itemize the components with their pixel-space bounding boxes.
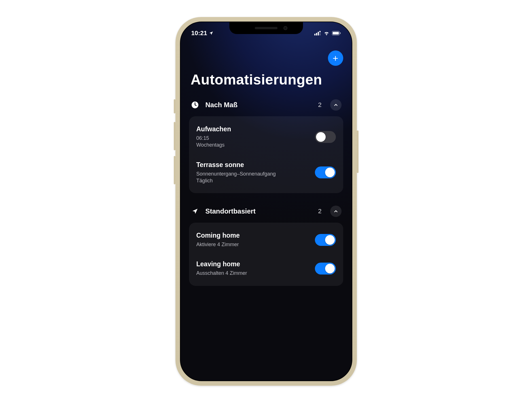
phone-side-button bbox=[174, 122, 175, 150]
phone-side-button bbox=[174, 99, 175, 113]
toggle-knob bbox=[325, 235, 335, 245]
automation-row[interactable]: Leaving home Ausschalten 4 Zimmer bbox=[189, 254, 343, 283]
status-bar: 10:21 bbox=[181, 22, 352, 39]
automation-title: Leaving home bbox=[196, 260, 247, 268]
collapse-button[interactable] bbox=[330, 206, 342, 217]
automation-title: Terrasse sonne bbox=[196, 161, 276, 169]
status-time: 10:21 bbox=[191, 29, 207, 37]
automation-subtitle: Aktiviere 4 Zimmer bbox=[196, 241, 240, 248]
automation-toggle[interactable] bbox=[315, 263, 336, 275]
automation-toggle[interactable] bbox=[315, 166, 336, 178]
section-card-scheduled: Aufwachen 06:15 Wochentags Terrasse sonn… bbox=[189, 116, 343, 193]
toggle-knob bbox=[325, 264, 335, 273]
automation-text: Terrasse sonne Sonnenuntergang–Sonnenauf… bbox=[196, 161, 276, 184]
section-count: 2 bbox=[318, 101, 321, 109]
automation-row[interactable]: Terrasse sonne Sonnenuntergang–Sonnenauf… bbox=[189, 155, 343, 191]
phone-screen: 10:21 bbox=[180, 22, 352, 381]
svg-rect-0 bbox=[314, 34, 315, 35]
automation-row[interactable]: Aufwachen 06:15 Wochentags bbox=[189, 119, 343, 155]
automation-toggle[interactable] bbox=[315, 131, 336, 143]
section-title: Nach Maß bbox=[205, 101, 312, 109]
svg-rect-3 bbox=[319, 31, 321, 32]
collapse-button[interactable] bbox=[330, 99, 342, 111]
svg-rect-4 bbox=[319, 33, 321, 35]
automation-subtitle: 06:15 Wochentags bbox=[196, 135, 231, 149]
svg-rect-7 bbox=[340, 32, 341, 34]
svg-rect-1 bbox=[316, 33, 317, 35]
svg-rect-6 bbox=[332, 32, 339, 35]
automation-subtitle: Ausschalten 4 Zimmer bbox=[196, 270, 247, 276]
toggle-knob bbox=[316, 132, 326, 142]
automation-subtitle: Sonnenuntergang–Sonnenaufgang Täglich bbox=[196, 170, 276, 184]
automation-text: Leaving home Ausschalten 4 Zimmer bbox=[196, 260, 247, 276]
section-count: 2 bbox=[318, 208, 321, 215]
status-left: 10:21 bbox=[191, 29, 213, 37]
section-title: Standortbasiert bbox=[205, 207, 312, 215]
battery-icon bbox=[332, 31, 341, 35]
section-card-location: Coming home Aktiviere 4 Zimmer Leaving h… bbox=[189, 223, 343, 286]
phone-side-button bbox=[357, 130, 359, 173]
page-title: Automatisierungen bbox=[191, 71, 343, 88]
section-header-scheduled[interactable]: Nach Maß 2 bbox=[189, 99, 343, 111]
automation-toggle[interactable] bbox=[315, 234, 336, 246]
chevron-up-icon bbox=[333, 102, 338, 107]
plus-icon: + bbox=[333, 53, 338, 64]
toggle-knob bbox=[325, 168, 335, 177]
automation-title: Aufwachen bbox=[196, 125, 231, 133]
phone-side-button bbox=[174, 156, 175, 184]
automation-text: Aufwachen 06:15 Wochentags bbox=[196, 125, 231, 149]
location-arrow-icon bbox=[209, 31, 213, 35]
add-button[interactable]: + bbox=[328, 50, 343, 66]
automation-title: Coming home bbox=[196, 232, 240, 239]
clock-icon bbox=[191, 101, 199, 109]
status-right bbox=[314, 31, 341, 35]
phone-frame: 10:21 bbox=[175, 17, 357, 386]
section-header-location[interactable]: Standortbasiert 2 bbox=[189, 206, 343, 217]
wifi-icon bbox=[323, 31, 330, 35]
automation-text: Coming home Aktiviere 4 Zimmer bbox=[196, 232, 240, 248]
chevron-up-icon bbox=[333, 209, 338, 214]
content: + Automatisierungen Nach Maß 2 bbox=[181, 22, 352, 286]
navigation-icon bbox=[191, 207, 199, 216]
automation-row[interactable]: Coming home Aktiviere 4 Zimmer bbox=[189, 225, 343, 254]
svg-rect-2 bbox=[318, 32, 319, 35]
cellular-icon bbox=[314, 31, 321, 35]
header-row: + bbox=[189, 50, 343, 66]
